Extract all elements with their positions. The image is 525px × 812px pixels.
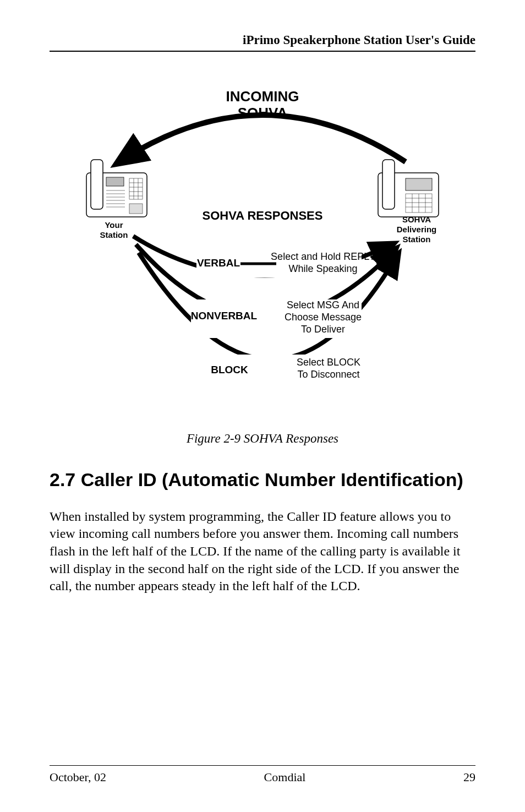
section-heading: 2.7 Caller ID (Automatic Number Identifi… <box>50 468 475 492</box>
station-label-right: Station <box>403 235 431 244</box>
nonverbal-label: NONVERBAL <box>191 310 258 321</box>
svg-rect-18 <box>382 160 395 209</box>
delivering-label: Delivering <box>397 225 437 234</box>
running-header: iPrimo Speakerphone Station User's Guide <box>50 33 475 47</box>
footer-brand: Comdial <box>106 770 463 784</box>
nonverbal-desc-3: To Deliver <box>301 324 345 335</box>
svg-rect-16 <box>129 204 143 214</box>
sohva-right-label: SOHVA <box>402 215 431 224</box>
responses-label: SOHVA RESPONSES <box>203 209 323 222</box>
page-footer: October, 02 Comdial 29 <box>50 765 475 784</box>
your-label: Your <box>105 220 123 230</box>
figure-caption: Figure 2-9 SOHVA Responses <box>50 432 475 446</box>
block-desc-2: To Disconnect <box>297 369 359 380</box>
nonverbal-desc-1: Select MSG And <box>287 299 359 310</box>
verbal-desc-1: Select and Hold REPLY <box>271 251 375 262</box>
sohva-delivering-phone-icon <box>378 160 439 217</box>
svg-rect-2 <box>106 177 124 186</box>
station-label-left: Station <box>100 230 128 239</box>
body-paragraph: When installed by system programming, th… <box>50 508 475 595</box>
svg-rect-1 <box>91 160 103 209</box>
svg-rect-19 <box>406 178 432 190</box>
verbal-desc-2: While Speaking <box>288 263 357 274</box>
block-label: BLOCK <box>211 364 248 375</box>
footer-date: October, 02 <box>50 770 106 784</box>
incoming-label: INCOMING <box>226 88 299 105</box>
your-station-phone-icon <box>86 160 147 217</box>
footer-page-number: 29 <box>463 770 475 784</box>
sohva-diagram: INCOMING SOHVA Your St <box>50 79 475 421</box>
verbal-label: VERBAL <box>197 257 240 269</box>
block-desc-1: Select BLOCK <box>297 357 360 368</box>
nonverbal-desc-2: Choose Message <box>285 312 362 323</box>
